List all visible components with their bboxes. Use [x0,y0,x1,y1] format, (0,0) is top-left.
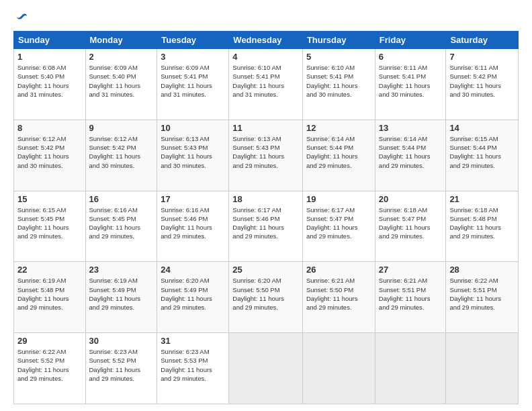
day-info: Sunrise: 6:20 AMSunset: 5:49 PMDaylight:… [161,276,225,312]
sunrise-text: Sunrise: 6:23 AM [89,348,138,355]
day-number: 23 [89,265,154,275]
daylight-text-cont: and 30 minutes. [17,162,63,169]
sunset-text: Sunset: 5:51 PM [379,286,426,293]
calendar-cell [375,333,446,404]
day-number: 18 [232,194,299,204]
sunrise-text: Sunrise: 6:13 AM [161,135,209,142]
sunrise-text: Sunrise: 6:14 AM [306,135,355,142]
calendar-cell: 16Sunrise: 6:16 AMSunset: 5:45 PMDayligh… [85,191,157,262]
sunset-text: Sunset: 5:45 PM [89,215,136,222]
calendar-cell [446,333,519,404]
calendar-cell [302,333,375,404]
day-number: 19 [306,194,371,204]
calendar-cell: 9Sunrise: 6:12 AMSunset: 5:42 PMDaylight… [85,120,157,191]
sunset-text: Sunset: 5:49 PM [161,286,208,293]
day-info: Sunrise: 6:13 AMSunset: 5:43 PMDaylight:… [232,134,299,170]
daylight-text: Daylight: 11 hours [161,152,212,160]
day-info: Sunrise: 6:23 AMSunset: 5:52 PMDaylight:… [89,347,154,383]
sunrise-text: Sunrise: 6:19 AM [89,277,138,284]
daylight-text-cont: and 30 minutes. [306,91,352,98]
sunset-text: Sunset: 5:46 PM [232,215,279,222]
sunrise-text: Sunrise: 6:11 AM [449,64,498,71]
day-info: Sunrise: 6:11 AMSunset: 5:42 PMDaylight:… [449,63,515,99]
day-number: 30 [89,336,154,346]
day-info: Sunrise: 6:08 AMSunset: 5:40 PMDaylight:… [17,63,82,99]
day-info: Sunrise: 6:14 AMSunset: 5:44 PMDaylight:… [306,134,371,170]
day-number: 24 [161,265,225,275]
daylight-text: Daylight: 11 hours [232,295,284,302]
daylight-text: Daylight: 11 hours [17,82,69,89]
daylight-text-cont: and 29 minutes. [89,232,135,240]
day-number: 28 [449,265,515,275]
daylight-text-cont: and 29 minutes. [306,162,352,169]
day-number: 27 [379,265,443,275]
sunrise-text: Sunrise: 6:12 AM [17,135,66,142]
calendar: SundayMondayTuesdayWednesdayThursdayFrid… [13,31,519,404]
day-info: Sunrise: 6:17 AMSunset: 5:47 PMDaylight:… [306,205,371,241]
calendar-cell: 24Sunrise: 6:20 AMSunset: 5:49 PMDayligh… [157,262,229,333]
calendar-cell: 1Sunrise: 6:08 AMSunset: 5:40 PMDaylight… [14,49,86,120]
logo-text [13,11,28,24]
sunset-text: Sunset: 5:44 PM [306,144,353,151]
day-info: Sunrise: 6:09 AMSunset: 5:40 PMDaylight:… [89,63,154,99]
day-number: 29 [17,336,82,346]
daylight-text-cont: and 31 minutes. [161,91,206,98]
daylight-text-cont: and 29 minutes. [161,375,206,382]
sunrise-text: Sunrise: 6:09 AM [161,64,209,71]
calendar-cell: 14Sunrise: 6:15 AMSunset: 5:44 PMDayligh… [446,120,519,191]
calendar-cell: 19Sunrise: 6:17 AMSunset: 5:47 PMDayligh… [302,191,375,262]
sunset-text: Sunset: 5:48 PM [449,215,496,222]
daylight-text: Daylight: 11 hours [17,224,69,231]
sunrise-text: Sunrise: 6:14 AM [379,135,427,142]
day-number: 3 [161,52,225,62]
sunset-text: Sunset: 5:42 PM [89,144,136,151]
calendar-cell: 17Sunrise: 6:16 AMSunset: 5:46 PMDayligh… [157,191,229,262]
sunset-text: Sunset: 5:40 PM [17,73,64,80]
sunset-text: Sunset: 5:45 PM [17,215,64,222]
daylight-text: Daylight: 11 hours [449,224,501,231]
day-number: 4 [232,52,299,62]
page: SundayMondayTuesdayWednesdayThursdayFrid… [0,0,532,411]
sunset-text: Sunset: 5:52 PM [17,357,64,364]
daylight-text-cont: and 31 minutes. [89,91,135,98]
daylight-text-cont: and 29 minutes. [17,375,63,382]
sunrise-text: Sunrise: 6:15 AM [449,135,498,142]
day-info: Sunrise: 6:23 AMSunset: 5:53 PMDaylight:… [161,347,225,383]
day-number: 20 [379,194,443,204]
sunset-text: Sunset: 5:42 PM [449,73,496,80]
daylight-text-cont: and 29 minutes. [89,375,135,382]
day-info: Sunrise: 6:13 AMSunset: 5:43 PMDaylight:… [161,134,225,170]
sunset-text: Sunset: 5:48 PM [17,286,64,293]
sunrise-text: Sunrise: 6:15 AM [17,206,66,214]
calendar-week-1: 1Sunrise: 6:08 AMSunset: 5:40 PMDaylight… [14,49,519,120]
sunrise-text: Sunrise: 6:17 AM [232,206,281,214]
calendar-cell: 30Sunrise: 6:23 AMSunset: 5:52 PMDayligh… [85,333,157,404]
day-number: 14 [449,123,515,133]
calendar-cell: 28Sunrise: 6:22 AMSunset: 5:51 PMDayligh… [446,262,519,333]
daylight-text: Daylight: 11 hours [306,295,358,302]
sunrise-text: Sunrise: 6:16 AM [161,206,209,214]
day-info: Sunrise: 6:15 AMSunset: 5:45 PMDaylight:… [17,205,82,241]
calendar-cell: 22Sunrise: 6:19 AMSunset: 5:48 PMDayligh… [14,262,86,333]
day-number: 11 [232,123,299,133]
daylight-text: Daylight: 11 hours [379,224,431,231]
sunset-text: Sunset: 5:41 PM [306,73,353,80]
sunset-text: Sunset: 5:44 PM [449,144,496,151]
sunset-text: Sunset: 5:50 PM [306,286,353,293]
day-number: 1 [17,52,82,62]
daylight-text: Daylight: 11 hours [89,152,141,160]
day-number: 22 [17,265,82,275]
sunrise-text: Sunrise: 6:11 AM [379,64,427,71]
sunrise-text: Sunrise: 6:20 AM [161,277,209,284]
sunset-text: Sunset: 5:44 PM [379,144,426,151]
day-info: Sunrise: 6:17 AMSunset: 5:46 PMDaylight:… [232,205,299,241]
sunrise-text: Sunrise: 6:12 AM [89,135,138,142]
calendar-cell: 20Sunrise: 6:18 AMSunset: 5:47 PMDayligh… [375,191,446,262]
day-info: Sunrise: 6:21 AMSunset: 5:51 PMDaylight:… [379,276,443,312]
calendar-cell: 23Sunrise: 6:19 AMSunset: 5:49 PMDayligh… [85,262,157,333]
daylight-text-cont: and 30 minutes. [89,162,135,169]
day-number: 6 [379,52,443,62]
day-info: Sunrise: 6:22 AMSunset: 5:51 PMDaylight:… [449,276,515,312]
calendar-cell: 3Sunrise: 6:09 AMSunset: 5:41 PMDaylight… [157,49,229,120]
calendar-header-friday: Friday [375,32,446,49]
